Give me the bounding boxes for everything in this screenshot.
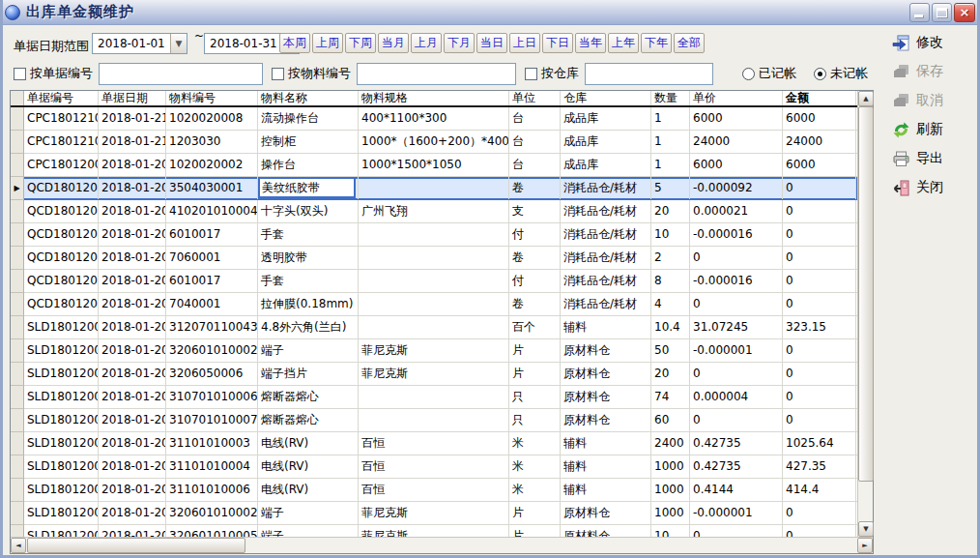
table-cell[interactable]: 百恒 [359, 432, 509, 455]
table-cell[interactable]: 50 [651, 339, 690, 362]
filter-input-2[interactable] [585, 63, 713, 85]
table-row[interactable]: SLD180120002018-01-2031101010006电线(RV)百恒… [11, 479, 857, 502]
table-cell[interactable]: -0.000001 [690, 339, 783, 362]
table-cell[interactable]: 消耗品仓/耗材 [561, 200, 651, 222]
table-cell[interactable]: 成品库 [561, 154, 651, 176]
table-cell[interactable]: 5 [651, 177, 690, 199]
table-cell[interactable] [359, 386, 509, 408]
table-cell[interactable]: 2018-01-21 [99, 131, 166, 153]
table-cell[interactable]: -0.000092 [690, 177, 783, 199]
table-cell[interactable]: 6000 [690, 154, 783, 176]
table-cell[interactable]: 0 [783, 223, 856, 246]
table-row[interactable]: QCD180120002018-01-206010017手套付消耗品仓/耗材10… [11, 223, 857, 247]
table-cell[interactable]: 10.4 [651, 316, 690, 338]
table-cell[interactable]: 消耗品仓/耗材 [561, 247, 651, 269]
table-cell[interactable]: 广州飞翔 [359, 200, 509, 222]
table-cell[interactable]: 24000 [783, 131, 856, 153]
scroll-down-button[interactable]: ▼ [858, 521, 874, 537]
table-cell[interactable]: QCD18012000 [24, 247, 99, 269]
table-cell[interactable]: 百恒 [359, 479, 509, 501]
table-cell[interactable]: 6010017 [166, 223, 258, 246]
table-cell[interactable]: -0.000001 [690, 502, 783, 524]
date-from-value[interactable]: 2018-01-01 [93, 34, 170, 53]
table-cell[interactable]: 只 [509, 409, 561, 431]
horizontal-scroll-thumb[interactable] [27, 538, 245, 553]
table-cell[interactable]: 原材料仓 [561, 363, 651, 385]
table-cell[interactable]: 控制柜 [258, 131, 359, 153]
table-cell[interactable]: CPC18012100 [24, 107, 99, 130]
column-header-5[interactable]: 单位 [509, 91, 561, 105]
table-cell[interactable]: QCD18012000 [24, 293, 99, 315]
table-cell[interactable]: 端子 [258, 502, 359, 524]
checkbox-1[interactable] [272, 68, 284, 80]
action-button-modify[interactable]: 修改 [892, 32, 975, 53]
table-cell[interactable]: 成品库 [561, 131, 651, 153]
table-row[interactable]: QCD180120002018-01-206010017手套付消耗品仓/耗材8-… [11, 270, 857, 293]
table-cell[interactable]: 辅料 [561, 479, 651, 501]
table-row[interactable]: SLD180120002018-01-2031101010003电线(RV)百恒… [11, 432, 857, 455]
table-cell[interactable]: 320601010005 [166, 525, 258, 537]
table-cell[interactable]: 427.35 [783, 455, 856, 478]
table-cell[interactable]: 辅料 [561, 316, 651, 338]
table-cell[interactable]: 1020020008 [166, 107, 258, 130]
table-cell[interactable]: 1 [651, 131, 690, 153]
table-cell[interactable]: 手套 [258, 223, 359, 246]
table-cell[interactable]: 1020020002 [166, 154, 258, 176]
table-row-selected[interactable]: ▶QCD180120002018-01-203504030001美纹纸胶带卷消耗… [11, 177, 857, 200]
table-cell[interactable]: 原材料仓 [561, 409, 651, 431]
radio-option-1[interactable]: 未记帐 [814, 65, 868, 82]
table-cell[interactable]: 2400 [651, 432, 690, 455]
table-cell[interactable]: CPC18012100 [24, 131, 99, 153]
table-cell[interactable]: 4 [651, 293, 690, 315]
table-cell[interactable]: 0.000004 [690, 386, 783, 408]
table-row[interactable]: SLD180120002018-01-2031101010004电线(RV)百恒… [11, 455, 857, 479]
table-cell[interactable]: 2018-01-20 [99, 409, 166, 431]
table-cell[interactable]: 流动操作台 [258, 107, 359, 130]
table-cell[interactable]: 0 [783, 409, 856, 431]
table-cell[interactable]: 0 [783, 247, 856, 269]
table-cell[interactable]: 31.07245 [690, 316, 783, 338]
table-cell[interactable]: 6000 [690, 107, 783, 130]
action-button-export[interactable]: 导出 [892, 148, 975, 169]
table-cell[interactable]: 片 [509, 525, 561, 537]
table-cell[interactable] [359, 177, 509, 199]
table-cell[interactable]: 24000 [690, 131, 783, 153]
table-cell[interactable]: 320601010002 [166, 502, 258, 524]
table-cell[interactable]: 菲尼克斯 [359, 502, 509, 524]
quick-button-0[interactable]: 本周 [279, 33, 310, 53]
column-header-6[interactable]: 仓库 [561, 91, 651, 105]
filter-input-1[interactable] [357, 63, 516, 85]
table-cell[interactable]: 0 [690, 525, 783, 537]
table-cell[interactable]: 0 [783, 177, 856, 199]
table-cell[interactable]: 1000 [651, 455, 690, 478]
table-cell[interactable]: 10 [651, 223, 690, 246]
table-cell[interactable]: 310701010006 [166, 386, 258, 408]
table-cell[interactable]: 菲尼克斯 [359, 339, 509, 362]
table-cell[interactable]: 菲尼克斯 [359, 525, 509, 537]
table-row[interactable]: CPC180120002018-01-201020020002操作台1000*1… [11, 154, 857, 177]
table-cell[interactable]: 7040001 [166, 293, 258, 315]
table-cell[interactable]: 消耗品仓/耗材 [561, 223, 651, 246]
radio-unchecked-icon[interactable] [742, 68, 755, 80]
table-cell[interactable]: 电线(RV) [258, 479, 359, 501]
table-row[interactable]: SLD180120002018-01-20320601010002端子菲尼克斯片… [11, 502, 857, 525]
table-cell[interactable]: 2018-01-20 [99, 455, 166, 478]
table-cell[interactable]: 2018-01-20 [99, 223, 166, 246]
maximize-button[interactable] [932, 3, 952, 22]
table-cell[interactable]: 0 [783, 502, 856, 524]
table-cell[interactable]: 2018-01-20 [99, 177, 166, 199]
table-cell[interactable]: 1 [651, 107, 690, 130]
table-cell[interactable]: SLD18012000 [24, 316, 99, 338]
table-cell[interactable]: 只 [509, 386, 561, 408]
table-cell[interactable]: 十字头(双头) [258, 200, 359, 222]
table-cell[interactable]: 0 [690, 409, 783, 431]
table-cell[interactable]: 0 [690, 363, 783, 385]
table-cell[interactable]: 2018-01-20 [99, 386, 166, 408]
table-cell[interactable]: 1203030 [166, 131, 258, 153]
table-cell[interactable]: 台 [509, 131, 561, 153]
radio-option-0[interactable]: 已记帐 [742, 65, 796, 82]
table-cell[interactable]: 2018-01-20 [99, 270, 166, 292]
table-cell[interactable]: 熔断器熔心 [258, 386, 359, 408]
quick-button-12[interactable]: 全部 [674, 33, 705, 53]
table-cell[interactable]: 2018-01-20 [99, 247, 166, 269]
